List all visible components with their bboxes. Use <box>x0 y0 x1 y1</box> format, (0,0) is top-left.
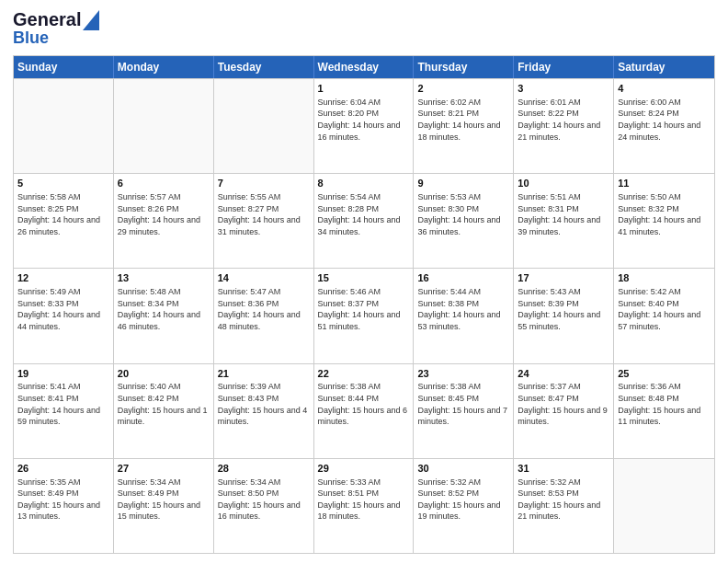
calendar-cell <box>214 79 314 173</box>
cell-info: Sunrise: 5:44 AM Sunset: 8:38 PM Dayligh… <box>417 286 509 332</box>
calendar-header-cell: Wednesday <box>314 56 415 78</box>
cell-info: Sunrise: 5:55 AM Sunset: 8:27 PM Dayligh… <box>218 191 310 237</box>
calendar-cell: 22Sunrise: 5:38 AM Sunset: 8:44 PM Dayli… <box>314 364 415 458</box>
day-number: 9 <box>417 177 509 190</box>
calendar-cell: 18Sunrise: 5:42 AM Sunset: 8:40 PM Dayli… <box>614 269 714 362</box>
calendar-cell <box>114 79 214 173</box>
cell-info: Sunrise: 5:57 AM Sunset: 8:26 PM Dayligh… <box>118 191 210 237</box>
calendar-header-cell: Tuesday <box>214 56 314 78</box>
cell-info: Sunrise: 5:35 AM Sunset: 8:49 PM Dayligh… <box>17 477 109 523</box>
calendar-cell: 24Sunrise: 5:37 AM Sunset: 8:47 PM Dayli… <box>514 364 614 458</box>
day-number: 2 <box>417 82 509 96</box>
calendar-cell: 28Sunrise: 5:34 AM Sunset: 8:50 PM Dayli… <box>214 459 314 553</box>
day-number: 21 <box>218 367 310 381</box>
calendar-cell: 30Sunrise: 5:32 AM Sunset: 8:52 PM Dayli… <box>414 459 514 553</box>
cell-info: Sunrise: 5:34 AM Sunset: 8:50 PM Dayligh… <box>218 477 310 523</box>
calendar-cell: 14Sunrise: 5:47 AM Sunset: 8:36 PM Dayli… <box>214 269 314 362</box>
cell-info: Sunrise: 5:33 AM Sunset: 8:51 PM Dayligh… <box>318 477 410 523</box>
day-number: 16 <box>417 271 509 285</box>
cell-info: Sunrise: 5:53 AM Sunset: 8:30 PM Dayligh… <box>417 191 509 237</box>
day-number: 11 <box>618 177 711 190</box>
cell-info: Sunrise: 6:00 AM Sunset: 8:24 PM Dayligh… <box>618 97 711 143</box>
page: General Blue SundayMondayTuesdayWednesda… <box>0 0 728 563</box>
calendar-cell: 31Sunrise: 5:32 AM Sunset: 8:53 PM Dayli… <box>514 459 614 553</box>
calendar-cell: 12Sunrise: 5:49 AM Sunset: 8:33 PM Dayli… <box>14 269 114 362</box>
cell-info: Sunrise: 5:37 AM Sunset: 8:47 PM Dayligh… <box>518 381 609 427</box>
cell-info: Sunrise: 5:58 AM Sunset: 8:25 PM Dayligh… <box>17 191 109 237</box>
day-number: 10 <box>518 177 609 190</box>
day-number: 17 <box>518 271 609 285</box>
calendar-week-row: 26Sunrise: 5:35 AM Sunset: 8:49 PM Dayli… <box>14 458 714 553</box>
calendar-cell: 27Sunrise: 5:34 AM Sunset: 8:49 PM Dayli… <box>114 459 214 553</box>
calendar-cell: 23Sunrise: 5:38 AM Sunset: 8:45 PM Dayli… <box>414 364 514 458</box>
cell-info: Sunrise: 5:40 AM Sunset: 8:42 PM Dayligh… <box>118 381 210 427</box>
day-number: 4 <box>618 82 711 96</box>
calendar-header-cell: Friday <box>514 56 614 78</box>
cell-info: Sunrise: 5:38 AM Sunset: 8:45 PM Dayligh… <box>417 381 509 427</box>
cell-info: Sunrise: 5:50 AM Sunset: 8:32 PM Dayligh… <box>618 191 711 237</box>
day-number: 27 <box>118 462 210 476</box>
day-number: 3 <box>518 82 609 96</box>
calendar-cell: 11Sunrise: 5:50 AM Sunset: 8:32 PM Dayli… <box>614 174 714 268</box>
day-number: 26 <box>17 462 109 476</box>
calendar-cell: 9Sunrise: 5:53 AM Sunset: 8:30 PM Daylig… <box>414 174 514 268</box>
day-number: 13 <box>118 271 210 285</box>
calendar-cell: 2Sunrise: 6:02 AM Sunset: 8:21 PM Daylig… <box>414 79 514 173</box>
cell-info: Sunrise: 5:51 AM Sunset: 8:31 PM Dayligh… <box>518 191 609 237</box>
header: General Blue <box>13 9 715 48</box>
cell-info: Sunrise: 6:02 AM Sunset: 8:21 PM Dayligh… <box>417 97 509 143</box>
day-number: 7 <box>218 177 310 190</box>
cell-info: Sunrise: 5:42 AM Sunset: 8:40 PM Dayligh… <box>618 286 711 332</box>
cell-info: Sunrise: 5:38 AM Sunset: 8:44 PM Dayligh… <box>318 381 410 427</box>
calendar-cell: 8Sunrise: 5:54 AM Sunset: 8:28 PM Daylig… <box>314 174 415 268</box>
calendar-cell: 25Sunrise: 5:36 AM Sunset: 8:48 PM Dayli… <box>614 364 714 458</box>
calendar-week-row: 12Sunrise: 5:49 AM Sunset: 8:33 PM Dayli… <box>14 268 714 362</box>
day-number: 14 <box>218 271 310 285</box>
calendar-cell: 15Sunrise: 5:46 AM Sunset: 8:37 PM Dayli… <box>314 269 415 362</box>
day-number: 30 <box>417 462 509 476</box>
cell-info: Sunrise: 5:41 AM Sunset: 8:41 PM Dayligh… <box>17 381 109 427</box>
cell-info: Sunrise: 5:49 AM Sunset: 8:33 PM Dayligh… <box>17 286 109 332</box>
day-number: 6 <box>118 177 210 190</box>
day-number: 28 <box>218 462 310 476</box>
cell-info: Sunrise: 6:04 AM Sunset: 8:20 PM Dayligh… <box>318 97 410 143</box>
logo-blue: Blue <box>13 29 49 48</box>
day-number: 29 <box>318 462 410 476</box>
calendar-cell: 21Sunrise: 5:39 AM Sunset: 8:43 PM Dayli… <box>214 364 314 458</box>
calendar-cell: 4Sunrise: 6:00 AM Sunset: 8:24 PM Daylig… <box>614 79 714 173</box>
logo: General Blue <box>13 9 99 48</box>
calendar-cell: 3Sunrise: 6:01 AM Sunset: 8:22 PM Daylig… <box>514 79 614 173</box>
calendar-cell: 17Sunrise: 5:43 AM Sunset: 8:39 PM Dayli… <box>514 269 614 362</box>
cell-info: Sunrise: 5:32 AM Sunset: 8:52 PM Dayligh… <box>417 477 509 523</box>
cell-info: Sunrise: 6:01 AM Sunset: 8:22 PM Dayligh… <box>518 97 609 143</box>
day-number: 25 <box>618 367 711 381</box>
day-number: 8 <box>318 177 410 190</box>
calendar-week-row: 5Sunrise: 5:58 AM Sunset: 8:25 PM Daylig… <box>14 173 714 268</box>
cell-info: Sunrise: 5:46 AM Sunset: 8:37 PM Dayligh… <box>318 286 410 332</box>
calendar-header-cell: Thursday <box>414 56 514 78</box>
calendar-cell: 29Sunrise: 5:33 AM Sunset: 8:51 PM Dayli… <box>314 459 415 553</box>
logo-general: General <box>13 9 81 30</box>
calendar-cell: 10Sunrise: 5:51 AM Sunset: 8:31 PM Dayli… <box>514 174 614 268</box>
calendar-cell: 6Sunrise: 5:57 AM Sunset: 8:26 PM Daylig… <box>114 174 214 268</box>
calendar-cell: 5Sunrise: 5:58 AM Sunset: 8:25 PM Daylig… <box>14 174 114 268</box>
day-number: 1 <box>318 82 410 96</box>
calendar-cell: 19Sunrise: 5:41 AM Sunset: 8:41 PM Dayli… <box>14 364 114 458</box>
calendar-cell: 13Sunrise: 5:48 AM Sunset: 8:34 PM Dayli… <box>114 269 214 362</box>
calendar-body: 1Sunrise: 6:04 AM Sunset: 8:20 PM Daylig… <box>14 78 714 553</box>
day-number: 23 <box>417 367 509 381</box>
cell-info: Sunrise: 5:32 AM Sunset: 8:53 PM Dayligh… <box>518 477 609 523</box>
calendar-week-row: 19Sunrise: 5:41 AM Sunset: 8:41 PM Dayli… <box>14 363 714 458</box>
day-number: 5 <box>17 177 109 190</box>
cell-info: Sunrise: 5:48 AM Sunset: 8:34 PM Dayligh… <box>118 286 210 332</box>
calendar-cell: 7Sunrise: 5:55 AM Sunset: 8:27 PM Daylig… <box>214 174 314 268</box>
calendar-cell: 16Sunrise: 5:44 AM Sunset: 8:38 PM Dayli… <box>414 269 514 362</box>
day-number: 12 <box>17 271 109 285</box>
calendar-cell: 20Sunrise: 5:40 AM Sunset: 8:42 PM Dayli… <box>114 364 214 458</box>
calendar: SundayMondayTuesdayWednesdayThursdayFrid… <box>13 55 715 554</box>
day-number: 19 <box>17 367 109 381</box>
calendar-week-row: 1Sunrise: 6:04 AM Sunset: 8:20 PM Daylig… <box>14 78 714 173</box>
logo-triangle-icon <box>83 10 99 30</box>
svg-marker-0 <box>83 10 99 30</box>
calendar-cell <box>614 459 714 553</box>
